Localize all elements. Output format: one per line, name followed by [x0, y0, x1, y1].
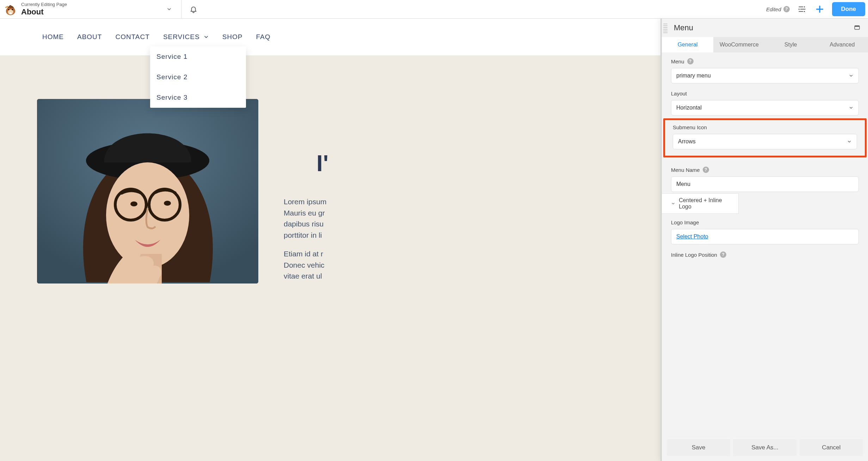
page-heading-fragment: I'	[316, 150, 329, 176]
edited-help-icon[interactable]: ?	[783, 6, 790, 12]
inline-logo-position-field-label: Inline Logo Position	[671, 252, 717, 258]
module-settings-panel: Menu General WooCommerce Style Advanced …	[660, 19, 868, 461]
panel-title: Menu	[674, 23, 693, 32]
nav-item-faq[interactable]: FAQ	[256, 33, 270, 41]
cancel-button[interactable]: Cancel	[800, 439, 863, 456]
page-switcher-chevron-icon[interactable]	[162, 2, 176, 16]
tab-woocommerce[interactable]: WooCommerce	[713, 37, 765, 52]
submenu-item-service-1[interactable]: Service 1	[150, 46, 246, 67]
svg-point-17	[130, 201, 137, 206]
menu-name-input[interactable]	[676, 181, 854, 187]
outline-panel-icon[interactable]	[797, 4, 807, 14]
submenu-icon-field-label: Submenu Icon	[673, 124, 707, 130]
tab-advanced[interactable]: Advanced	[817, 37, 868, 52]
submenu-icon-highlight: Submenu Icon Arrows	[663, 118, 867, 157]
svg-point-6	[804, 6, 805, 7]
layout-field-label: Layout	[671, 91, 687, 96]
nav-item-services[interactable]: SERVICES	[163, 33, 209, 41]
menu-help-icon[interactable]: ?	[687, 58, 694, 64]
add-content-plus-icon[interactable]	[814, 4, 825, 14]
current-page-block[interactable]: Currently Editing Page About	[20, 2, 67, 17]
editor-topbar: Currently Editing Page About Edited ? Do…	[0, 0, 868, 19]
logo-image-picker[interactable]: Select Photo	[671, 229, 859, 244]
submenu-icon-select[interactable]: Arrows	[673, 134, 857, 149]
nav-item-home[interactable]: HOME	[42, 33, 64, 41]
svg-point-7	[798, 8, 799, 10]
svg-point-2	[8, 9, 10, 10]
layout-select[interactable]: Horizontal	[671, 100, 859, 116]
save-button[interactable]: Save	[667, 439, 730, 456]
edited-status: Edited ?	[766, 6, 790, 12]
currently-editing-label: Currently Editing Page	[21, 2, 67, 7]
centered-inline-logo-section-toggle[interactable]: Centered + Inline Logo	[662, 193, 739, 214]
menu-field-label: Menu	[671, 58, 684, 64]
svg-point-3	[12, 9, 13, 10]
logo-image-field-label: Logo Image	[671, 219, 699, 225]
save-as-button[interactable]: Save As...	[733, 439, 796, 456]
chevron-down-icon	[203, 34, 209, 40]
tab-general[interactable]: General	[662, 37, 713, 52]
beaver-builder-logo-icon[interactable]	[3, 1, 18, 17]
submenu-item-service-3[interactable]: Service 3	[150, 87, 246, 108]
panel-tabs: General WooCommerce Style Advanced	[662, 37, 868, 52]
menu-select[interactable]: primary menu	[671, 68, 859, 83]
submenu-item-service-2[interactable]: Service 2	[150, 67, 246, 87]
services-submenu: Service 1 Service 2 Service 3	[150, 46, 246, 108]
edited-label: Edited	[766, 6, 781, 12]
menu-name-input-wrap	[671, 176, 859, 192]
panel-drag-handle-icon[interactable]	[663, 20, 668, 36]
responsive-preview-icon[interactable]	[854, 25, 860, 31]
nav-item-contact[interactable]: CONTACT	[115, 33, 149, 41]
about-hero-photo[interactable]	[37, 99, 258, 284]
svg-point-18	[164, 201, 171, 206]
tab-style[interactable]: Style	[765, 37, 817, 52]
svg-point-8	[804, 11, 805, 12]
svg-rect-20	[855, 26, 860, 27]
notifications-bell-icon[interactable]	[186, 5, 201, 13]
menu-name-field-label: Menu Name	[671, 167, 700, 173]
select-photo-link[interactable]: Select Photo	[676, 233, 708, 240]
svg-rect-4	[10, 12, 12, 14]
nav-item-shop[interactable]: SHOP	[222, 33, 243, 41]
page-title: About	[21, 7, 67, 17]
toolbar-separator	[181, 0, 181, 18]
panel-footer: Save Save As... Cancel	[662, 436, 868, 461]
page-body-text: Lorem ipsum Mauris eu gr dapibus risu po…	[284, 196, 333, 289]
nav-item-about[interactable]: ABOUT	[77, 33, 102, 41]
done-button[interactable]: Done	[832, 2, 866, 16]
inline-logo-position-help-icon[interactable]: ?	[720, 251, 726, 258]
menu-name-help-icon[interactable]: ?	[703, 167, 709, 173]
